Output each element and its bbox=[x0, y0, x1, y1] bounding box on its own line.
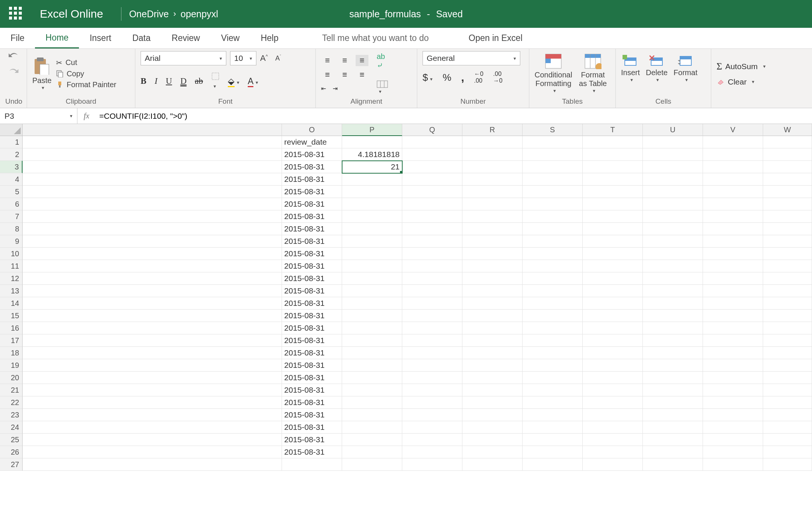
cell[interactable] bbox=[23, 310, 282, 322]
cell[interactable]: 2015-08-31 bbox=[282, 223, 342, 235]
cell[interactable] bbox=[23, 223, 282, 235]
cell[interactable] bbox=[763, 446, 812, 458]
cell[interactable] bbox=[643, 359, 703, 372]
cell[interactable] bbox=[583, 372, 643, 384]
cell[interactable] bbox=[763, 334, 812, 347]
cell[interactable] bbox=[763, 186, 812, 198]
cell[interactable] bbox=[462, 297, 523, 310]
cell[interactable] bbox=[763, 210, 812, 223]
cell[interactable] bbox=[643, 434, 703, 446]
cell[interactable] bbox=[703, 223, 763, 235]
cell[interactable]: 2015-08-31 bbox=[282, 310, 342, 322]
cell[interactable] bbox=[703, 421, 763, 434]
cell[interactable] bbox=[23, 297, 282, 310]
cell[interactable]: e its distinctive look. It's also durabl… bbox=[282, 396, 342, 409]
cell[interactable] bbox=[703, 334, 763, 347]
cell[interactable] bbox=[23, 334, 282, 347]
cell[interactable] bbox=[462, 421, 523, 434]
cell[interactable] bbox=[342, 136, 402, 148]
cell[interactable] bbox=[523, 334, 583, 347]
cell[interactable] bbox=[643, 235, 703, 248]
name-box[interactable]: P3▾ bbox=[0, 108, 77, 124]
cell[interactable] bbox=[462, 186, 523, 198]
cell[interactable] bbox=[23, 384, 282, 396]
delete-cells-button[interactable]: Delete▾ bbox=[646, 54, 668, 83]
cell[interactable] bbox=[342, 359, 402, 372]
cell[interactable] bbox=[583, 446, 643, 458]
column-header-P[interactable]: P bbox=[342, 124, 402, 136]
cell[interactable] bbox=[23, 285, 282, 297]
cell[interactable] bbox=[402, 396, 462, 409]
cell[interactable] bbox=[703, 446, 763, 458]
cell[interactable] bbox=[643, 136, 703, 148]
cell[interactable]: 2015-08-31 bbox=[282, 446, 342, 458]
cell[interactable] bbox=[703, 248, 763, 260]
cell[interactable] bbox=[643, 272, 703, 285]
cell[interactable] bbox=[462, 396, 523, 409]
cell[interactable] bbox=[23, 210, 282, 223]
cell[interactable] bbox=[402, 434, 462, 446]
cell[interactable] bbox=[402, 173, 462, 186]
cell[interactable] bbox=[402, 260, 462, 272]
cell[interactable] bbox=[703, 173, 763, 186]
cell[interactable] bbox=[462, 322, 523, 334]
cell[interactable] bbox=[643, 458, 703, 471]
row-header-3[interactable]: 3 bbox=[0, 161, 23, 173]
cell[interactable] bbox=[703, 136, 763, 148]
cell[interactable] bbox=[523, 409, 583, 421]
cell[interactable] bbox=[342, 446, 402, 458]
row-header-2[interactable]: 2 bbox=[0, 148, 23, 161]
column-header-Q[interactable]: Q bbox=[402, 124, 462, 136]
cell[interactable] bbox=[643, 372, 703, 384]
cell[interactable] bbox=[402, 248, 462, 260]
column-header-N[interactable] bbox=[23, 124, 282, 136]
cell[interactable] bbox=[342, 347, 402, 359]
cell[interactable]: ur wrist which can be embarrassing in fr… bbox=[282, 198, 342, 210]
cell[interactable] bbox=[23, 372, 282, 384]
row-header-25[interactable]: 25 bbox=[0, 434, 23, 446]
cell[interactable] bbox=[643, 173, 703, 186]
cell[interactable] bbox=[763, 434, 812, 446]
cell[interactable] bbox=[462, 248, 523, 260]
cell[interactable] bbox=[523, 458, 583, 471]
cell[interactable] bbox=[462, 161, 523, 173]
cell[interactable] bbox=[523, 285, 583, 297]
column-header-U[interactable]: U bbox=[643, 124, 703, 136]
cell[interactable] bbox=[23, 248, 282, 260]
column-header-O[interactable]: O bbox=[282, 124, 342, 136]
border-button[interactable]: ▾ bbox=[211, 72, 220, 90]
row-header-10[interactable]: 10 bbox=[0, 248, 23, 260]
cell[interactable] bbox=[703, 161, 763, 173]
cell[interactable] bbox=[523, 347, 583, 359]
cell[interactable] bbox=[643, 347, 703, 359]
cell[interactable] bbox=[402, 210, 462, 223]
row-header-18[interactable]: 18 bbox=[0, 347, 23, 359]
cell[interactable] bbox=[703, 458, 763, 471]
cell[interactable] bbox=[583, 421, 643, 434]
row-header-26[interactable]: 26 bbox=[0, 446, 23, 458]
clear-button[interactable]: Clear▾ bbox=[717, 77, 766, 86]
cell[interactable]: ou are worried about being able to read … bbox=[282, 248, 342, 260]
decrease-decimal-icon[interactable]: .00→0 bbox=[493, 71, 503, 84]
spreadsheet[interactable]: 1234567891011121314151617181920212223242… bbox=[0, 124, 812, 508]
cell[interactable] bbox=[583, 210, 643, 223]
cell[interactable] bbox=[462, 384, 523, 396]
cell[interactable] bbox=[523, 372, 583, 384]
cell[interactable] bbox=[643, 396, 703, 409]
cell[interactable] bbox=[763, 359, 812, 372]
align-top-icon[interactable]: ≡ bbox=[321, 55, 334, 66]
cell[interactable] bbox=[583, 359, 643, 372]
column-header-S[interactable]: S bbox=[523, 124, 583, 136]
cell[interactable] bbox=[402, 359, 462, 372]
cell[interactable] bbox=[402, 223, 462, 235]
formula-input[interactable] bbox=[95, 108, 812, 124]
cell[interactable] bbox=[583, 434, 643, 446]
document-name[interactable]: sample_formulas bbox=[349, 9, 421, 20]
cell[interactable] bbox=[763, 198, 812, 210]
cell[interactable]: a replacement new watch. Last week, less… bbox=[282, 285, 342, 297]
font-family-combo[interactable]: Arial▾ bbox=[141, 51, 226, 65]
cell[interactable] bbox=[402, 235, 462, 248]
align-bottom-icon[interactable]: ≡ bbox=[356, 55, 368, 66]
cell[interactable] bbox=[462, 409, 523, 421]
cell[interactable] bbox=[462, 285, 523, 297]
